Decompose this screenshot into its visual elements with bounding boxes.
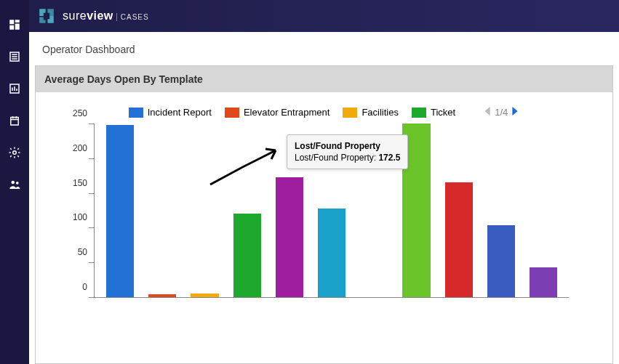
svg-point-0	[13, 151, 17, 155]
plot-area[interactable]: 050100150200250	[94, 124, 569, 298]
legend-item[interactable]: Ticket	[412, 107, 455, 118]
legend-item[interactable]: Facilities	[343, 107, 399, 118]
nav-calendar-icon[interactable]	[7, 113, 22, 128]
bar[interactable]	[191, 294, 218, 297]
bar[interactable]	[445, 182, 473, 297]
pager-text: 1/4	[495, 107, 508, 118]
bar[interactable]	[276, 177, 303, 297]
bar[interactable]	[148, 294, 176, 297]
logo-icon	[36, 6, 57, 26]
y-tick-label: 250	[73, 108, 95, 118]
bar[interactable]	[233, 214, 261, 297]
y-tick-label: 150	[73, 178, 95, 188]
bar[interactable]	[487, 225, 515, 297]
legend-item[interactable]: Incident Report	[129, 107, 212, 118]
pager-next-icon[interactable]	[511, 107, 519, 118]
legend-item[interactable]: Elevator Entrapment	[225, 107, 330, 118]
swatch-icon	[343, 108, 357, 118]
y-tick-label: 200	[73, 143, 95, 153]
pager-prev-icon[interactable]	[483, 107, 492, 118]
y-tick-label: 0	[82, 282, 95, 292]
bar[interactable]	[530, 267, 557, 297]
chart: Incident Report Elevator Entrapment Faci…	[36, 92, 612, 363]
nav-list-icon[interactable]	[7, 49, 22, 64]
nav-dashboard-icon[interactable]	[7, 17, 22, 32]
nav-chart-icon[interactable]	[7, 81, 22, 96]
svg-point-1	[12, 181, 15, 185]
bar[interactable]	[318, 209, 346, 297]
svg-point-2	[16, 182, 19, 185]
nav-users-icon[interactable]	[7, 177, 22, 192]
swatch-icon	[225, 108, 239, 118]
y-tick-label: 100	[73, 212, 95, 222]
card-title: Average Days Open By Template	[36, 66, 612, 92]
sidebar	[0, 0, 29, 364]
swatch-icon	[129, 108, 143, 118]
chart-card: Average Days Open By Template Incident R…	[35, 65, 613, 364]
legend-pager: 1/4	[483, 107, 519, 118]
bar[interactable]	[106, 125, 134, 297]
bar[interactable]	[402, 124, 430, 297]
swatch-icon	[412, 108, 426, 118]
topbar: sureviewCASES	[29, 0, 619, 32]
nav-settings-icon[interactable]	[7, 145, 22, 160]
page-title: Operator Dashboard	[35, 38, 613, 61]
logo-text: sureviewCASES	[63, 9, 149, 23]
legend: Incident Report Elevator Entrapment Faci…	[65, 107, 583, 118]
y-tick-label: 50	[78, 247, 95, 257]
